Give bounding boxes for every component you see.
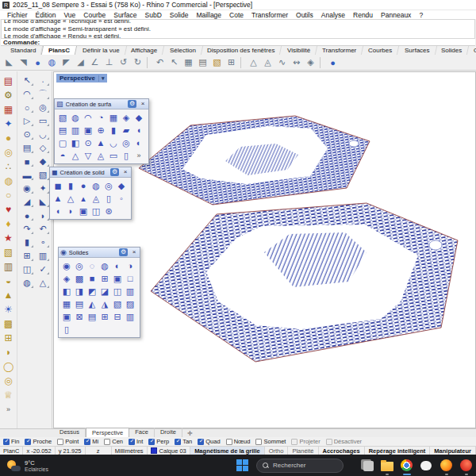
gear-icon[interactable]: ⚙ [119, 248, 128, 256]
viewport-tab[interactable]: Dessus [54, 428, 86, 437]
solid-tool-icon[interactable]: △ [64, 192, 77, 205]
solids-tool-icon[interactable]: ⊞ [98, 272, 111, 285]
toolbar-tab[interactable]: Solides [435, 46, 470, 55]
toolbar-icon[interactable]: ◢ [74, 56, 87, 69]
solids-tool-icon[interactable]: ◧ [60, 285, 73, 298]
osnap-toggle[interactable]: Tan [175, 438, 192, 445]
solid-tool-icon[interactable]: ◬ [90, 192, 102, 205]
dock-tool-icon[interactable]: ✦ [2, 117, 16, 131]
command-history[interactable]: Le mode d'affichage « Technique » est dé… [1, 19, 475, 39]
osnap-toggle[interactable]: Sommet [255, 438, 286, 445]
menu-item[interactable]: Analyse [317, 11, 349, 19]
solid-tool-icon[interactable]: ◦ [115, 192, 128, 205]
checkbox-icon[interactable] [198, 439, 204, 445]
toolbar-tab[interactable]: Définir la vue [75, 46, 126, 55]
viewport-title-tab[interactable]: Perspective ▾ [56, 74, 107, 83]
close-icon[interactable]: × [121, 168, 129, 176]
solid-tool-icon[interactable]: ◫ [90, 205, 102, 217]
toolbar-icon[interactable]: ⊥ [102, 56, 116, 69]
solids-tool-icon[interactable]: ⊟ [111, 310, 124, 323]
checkbox-icon[interactable] [255, 439, 262, 445]
surface-tool-icon[interactable]: ▮ [107, 124, 120, 136]
solids-tool-icon[interactable]: ▤ [73, 298, 86, 310]
surface-tool-icon[interactable]: ▲ [94, 136, 107, 149]
dock-tool-icon[interactable]: ▤ [2, 74, 16, 88]
hexagonal-plate-front[interactable] [151, 203, 458, 362]
solids-tool-icon[interactable]: ▥ [124, 285, 136, 298]
palette-titlebar[interactable]: ▧ Création de surfa ⚙ × [55, 99, 148, 109]
main-tool-icon[interactable]: ◣ [35, 195, 51, 209]
dock-tool-icon[interactable]: ○ [2, 188, 16, 202]
main-tool-icon[interactable]: ◎ [35, 101, 51, 114]
main-tool-icon[interactable]: ↶ [35, 222, 51, 236]
weather-widget[interactable]: 9°C Eclaircies [0, 459, 119, 472]
toolbar-tab[interactable]: Visibilité [281, 46, 318, 55]
swirl-app-icon[interactable] [460, 459, 473, 472]
solids-tool-icon[interactable]: ▣ [111, 272, 124, 285]
toolbar-icon[interactable]: ∿ [275, 56, 289, 69]
surface-tool-icon[interactable]: ▢ [56, 136, 69, 149]
surface-tool-icon[interactable]: ▭ [107, 149, 120, 162]
solids-tool-icon[interactable]: ◌ [86, 259, 98, 272]
surface-tool-icon[interactable]: ▤ [56, 124, 69, 136]
toolbar-icon[interactable]: ▦ [182, 56, 195, 69]
osnap-toggle[interactable]: Perp [148, 438, 169, 445]
solid-tool-icon[interactable]: ◆ [115, 179, 128, 192]
toolbar-icon[interactable]: ◤ [60, 56, 73, 69]
toolbar-icon[interactable]: ▧ [210, 56, 224, 69]
solids-tool-icon[interactable]: ◈ [60, 272, 73, 285]
main-tool-icon[interactable]: ◡ [35, 128, 51, 141]
main-tool-icon[interactable]: ▮ [19, 236, 35, 249]
solids-tool-icon[interactable]: ◐ [111, 259, 124, 272]
viewport-tab[interactable]: Droite [155, 428, 182, 437]
main-tool-icon[interactable]: ◠ [19, 87, 35, 101]
status-toggle[interactable]: Manipulateur [430, 447, 476, 455]
solids-tool-icon[interactable]: □ [124, 272, 136, 285]
menu-item[interactable]: Surface [109, 11, 140, 19]
menu-item[interactable]: Cote [225, 11, 248, 19]
main-tool-icon[interactable]: ∙ [35, 74, 51, 87]
solids-tool-icon[interactable]: ◪ [98, 285, 111, 298]
viewport-tab[interactable]: Face [129, 428, 155, 437]
solids-tool-icon[interactable]: ▧ [111, 298, 124, 310]
osnap-toggle[interactable]: Désactiver [326, 438, 362, 445]
file-explorer-icon[interactable] [381, 459, 393, 472]
osnap-toggle[interactable]: Quad [198, 438, 220, 445]
cplane-field[interactable]: PlanC [0, 447, 23, 455]
surface-tool-icon[interactable]: ◬ [94, 149, 107, 162]
gear-icon[interactable]: ⚙ [128, 100, 136, 108]
dock-tool-icon[interactable]: ♥ [2, 202, 16, 217]
dock-tool-icon[interactable]: ▲ [2, 288, 16, 302]
solids-tool-icon[interactable]: ▤ [86, 310, 98, 323]
surface-tool-icon[interactable]: ◎ [120, 136, 132, 149]
toolbar-tab[interactable]: Courbes [362, 46, 400, 55]
dock-tool-icon[interactable]: ⊞ [2, 331, 16, 345]
menu-item[interactable]: Édition [32, 11, 60, 19]
surface-tool-icon[interactable]: ▰ [120, 124, 132, 136]
close-icon[interactable]: × [139, 100, 147, 108]
osnap-toggle[interactable]: Proche [25, 438, 52, 445]
solids-tool-icon[interactable]: ◮ [98, 298, 111, 310]
solids-tool-icon[interactable]: ⊠ [73, 310, 86, 323]
status-toggle[interactable]: Accrochages [319, 447, 365, 455]
checkbox-icon[interactable] [148, 439, 155, 445]
dock-tool-icon[interactable]: ◗ [2, 345, 16, 359]
solids-tool-icon[interactable]: ▦ [60, 298, 73, 310]
dock-tool-icon[interactable]: ◒ [2, 274, 16, 288]
solid-tool-icon[interactable]: ▮ [64, 179, 77, 192]
checkbox-icon[interactable] [175, 439, 181, 445]
toolbar-icon[interactable]: ◥ [17, 56, 30, 69]
solids-tool-icon[interactable]: ⊞ [98, 310, 111, 323]
checkbox-icon[interactable] [3, 439, 10, 445]
toolbar-tab[interactable]: Standard [4, 46, 44, 55]
chat-icon[interactable] [420, 459, 433, 472]
checkbox-icon[interactable] [84, 439, 90, 445]
toolbar-icon[interactable] [240, 57, 244, 68]
main-tool-icon[interactable]: ⊞ [19, 249, 35, 263]
toolbar-tab[interactable]: Outils pour les SubD [467, 46, 476, 55]
checkbox-icon[interactable] [129, 439, 135, 445]
surface-tool-icon[interactable]: ◔ [94, 111, 107, 124]
layer-field[interactable]: Calque 03 [148, 447, 191, 455]
dock-tool-icon[interactable]: ▥ [2, 259, 16, 274]
status-toggle[interactable]: Planéité [288, 447, 318, 455]
